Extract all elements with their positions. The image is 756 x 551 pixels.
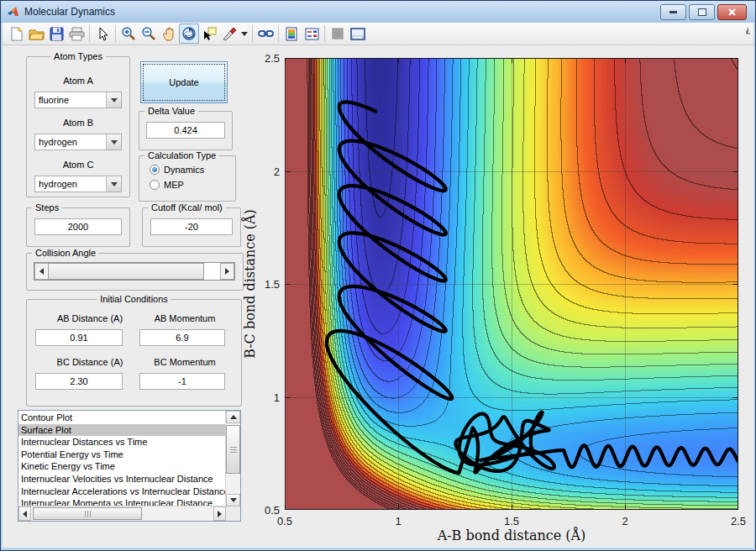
up-arrow-icon bbox=[230, 415, 237, 419]
brush-dropdown-caret[interactable] bbox=[239, 24, 249, 44]
update-button[interactable]: Update bbox=[140, 61, 228, 103]
minimize-button[interactable] bbox=[660, 4, 686, 20]
client-area: Atom Types Atom A fluorine Atom B hydrog… bbox=[3, 45, 753, 548]
toolbar-separator bbox=[278, 25, 279, 42]
collision-angle-group: Collision Angle bbox=[26, 253, 244, 291]
zoom-out-icon[interactable] bbox=[139, 24, 159, 44]
data-cursor-icon[interactable] bbox=[199, 24, 219, 44]
x-tick-label: 0.5 bbox=[277, 515, 292, 527]
scroll-right-button[interactable] bbox=[213, 506, 226, 521]
chevron-down-icon bbox=[111, 98, 118, 102]
cutoff-group: Cutoff (Kcal/ mol) bbox=[142, 207, 241, 247]
initial-conditions-title: Initial Conditions bbox=[97, 294, 171, 304]
x-tick-label: 2 bbox=[622, 515, 627, 527]
list-item[interactable]: Internuclear Accelerations vs Internucle… bbox=[18, 485, 226, 498]
atom-b-dropdown-button[interactable] bbox=[106, 134, 121, 150]
radio-mep[interactable]: MEP bbox=[150, 180, 184, 190]
insert-colorbar-icon[interactable] bbox=[281, 24, 302, 44]
dock-figure-icon[interactable] bbox=[348, 24, 368, 44]
list-item[interactable]: Potential Energy vs Time bbox=[18, 449, 226, 461]
close-button[interactable] bbox=[717, 4, 747, 20]
listbox-vscrollbar[interactable] bbox=[225, 411, 240, 506]
app-window: Molecular Dynamics Atom Types Atom A flu… bbox=[0, 0, 756, 551]
x-tick-label: 2.5 bbox=[731, 515, 746, 527]
vscroll-thumb[interactable] bbox=[226, 425, 240, 474]
zoom-in-icon[interactable] bbox=[118, 24, 139, 44]
list-item[interactable]: Kinetic Energy vs Time bbox=[18, 460, 226, 473]
insert-legend-icon[interactable] bbox=[302, 24, 322, 44]
steps-group: Steps bbox=[26, 207, 130, 247]
calculation-type-group: Calculation Type Dynamics MEP bbox=[139, 155, 236, 202]
scroll-left-button[interactable] bbox=[18, 506, 31, 521]
cutoff-title: Cutoff (Kcal/ mol) bbox=[148, 202, 226, 213]
brush-icon[interactable] bbox=[219, 24, 239, 44]
ab-distance-field[interactable] bbox=[35, 329, 123, 346]
bc-distance-label: BC Distance (A) bbox=[57, 357, 123, 367]
rotate-3d-icon[interactable] bbox=[179, 24, 199, 44]
ab-momentum-field[interactable] bbox=[139, 329, 225, 346]
save-icon[interactable] bbox=[46, 24, 66, 44]
focus-ring bbox=[143, 64, 225, 101]
slider-right-arrow[interactable] bbox=[220, 263, 234, 280]
calculation-type-title: Calculation Type bbox=[144, 150, 219, 160]
contour-plot[interactable] bbox=[285, 58, 738, 510]
cutoff-field[interactable] bbox=[150, 218, 233, 235]
print-icon[interactable] bbox=[66, 24, 87, 44]
delta-value-group: Delta Value bbox=[139, 111, 233, 150]
left-arrow-icon bbox=[39, 268, 44, 275]
bc-distance-field[interactable] bbox=[35, 373, 123, 390]
delta-value-field[interactable] bbox=[146, 122, 225, 139]
hscroll-thumb[interactable] bbox=[33, 507, 142, 520]
atom-c-dropdown[interactable]: hydrogen bbox=[34, 176, 122, 192]
radio-selected-icon bbox=[150, 165, 160, 175]
atom-b-value: hydrogen bbox=[39, 137, 77, 147]
steps-title: Steps bbox=[32, 202, 62, 213]
atom-c-dropdown-button[interactable] bbox=[106, 176, 121, 192]
scroll-down-button[interactable] bbox=[226, 494, 240, 506]
collision-angle-slider[interactable] bbox=[34, 262, 235, 281]
pointer-icon[interactable] bbox=[92, 24, 113, 44]
collision-angle-title: Collision Angle bbox=[32, 248, 99, 258]
atom-c-label: Atom C bbox=[63, 160, 94, 170]
atom-a-dropdown-button[interactable] bbox=[106, 92, 121, 108]
slider-thumb[interactable] bbox=[48, 263, 204, 280]
listbox-hscrollbar[interactable] bbox=[18, 506, 226, 521]
toolbar-overflow-icon[interactable] bbox=[742, 27, 750, 35]
initial-conditions-group: Initial Conditions AB Distance (A) AB Mo… bbox=[26, 299, 242, 407]
x-axis-label: A-B bond distance (Å) bbox=[438, 527, 586, 543]
restore-button[interactable] bbox=[689, 4, 715, 20]
list-item[interactable]: Contour Plot bbox=[18, 412, 226, 424]
slider-left-arrow[interactable] bbox=[34, 263, 49, 280]
matlab-logo-icon bbox=[7, 5, 20, 18]
x-tick-label: 1.5 bbox=[504, 515, 519, 527]
y-tick-label: 2 bbox=[255, 165, 280, 177]
atom-b-dropdown[interactable]: hydrogen bbox=[34, 134, 122, 150]
atom-a-label: Atom A bbox=[63, 76, 92, 86]
atom-c-value: hydrogen bbox=[39, 179, 77, 189]
radio-mep-label: MEP bbox=[164, 180, 184, 190]
atom-a-dropdown[interactable]: fluorine bbox=[34, 92, 122, 108]
link-plots-icon[interactable] bbox=[255, 24, 276, 44]
list-item[interactable]: Surface Plot bbox=[18, 424, 226, 437]
pan-hand-icon[interactable] bbox=[159, 24, 179, 44]
radio-dynamics[interactable]: Dynamics bbox=[150, 165, 204, 175]
list-item[interactable]: Internuclear Distances vs Time bbox=[18, 436, 226, 449]
close-icon bbox=[728, 8, 736, 16]
left-arrow-icon bbox=[23, 511, 27, 517]
toolbar-separator bbox=[252, 25, 253, 42]
list-item[interactable]: Internuclear Velocities vs Internuclear … bbox=[18, 473, 226, 485]
bc-momentum-field[interactable] bbox=[139, 373, 225, 390]
atom-types-group: Atom Types Atom A fluorine Atom B hydrog… bbox=[26, 56, 130, 197]
new-file-icon[interactable] bbox=[6, 24, 26, 44]
plot-type-listbox[interactable]: Contour PlotSurface PlotInternuclear Dis… bbox=[18, 410, 241, 522]
hide-plot-tools-icon[interactable] bbox=[328, 24, 348, 44]
figure-toolbar bbox=[3, 23, 753, 45]
potential-surface-canvas[interactable] bbox=[285, 58, 738, 510]
atom-b-label: Atom B bbox=[63, 118, 93, 128]
open-file-icon[interactable] bbox=[26, 24, 46, 44]
atom-types-title: Atom Types bbox=[50, 51, 106, 61]
title-bar[interactable]: Molecular Dynamics bbox=[1, 1, 755, 23]
steps-field[interactable] bbox=[34, 218, 122, 235]
restore-icon bbox=[698, 8, 706, 16]
scroll-up-button[interactable] bbox=[226, 411, 240, 423]
